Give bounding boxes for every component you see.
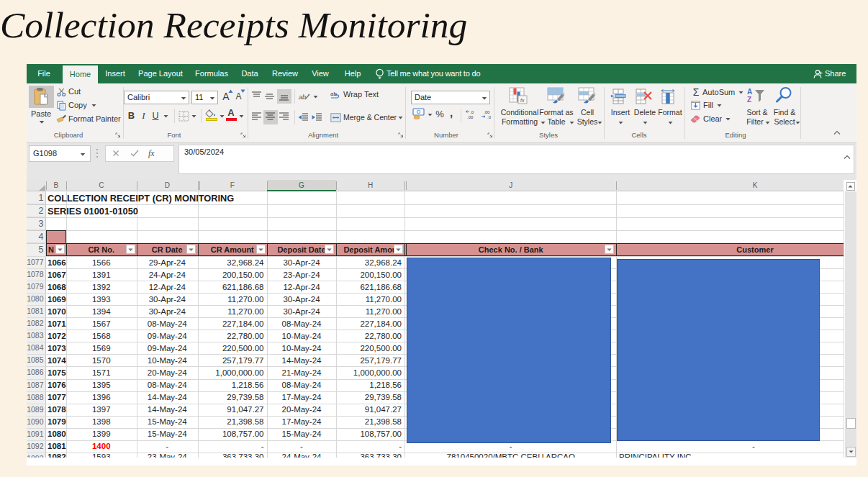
svg-text:ab: ab: [299, 94, 306, 101]
svg-text:.0: .0: [487, 115, 492, 119]
svg-text:.0: .0: [470, 110, 474, 114]
svg-text:A: A: [747, 88, 752, 96]
svg-text:Z: Z: [747, 96, 751, 104]
svg-text:fx: fx: [520, 98, 525, 103]
svg-text:.00: .00: [467, 115, 474, 119]
svg-text:.00: .00: [484, 110, 490, 114]
